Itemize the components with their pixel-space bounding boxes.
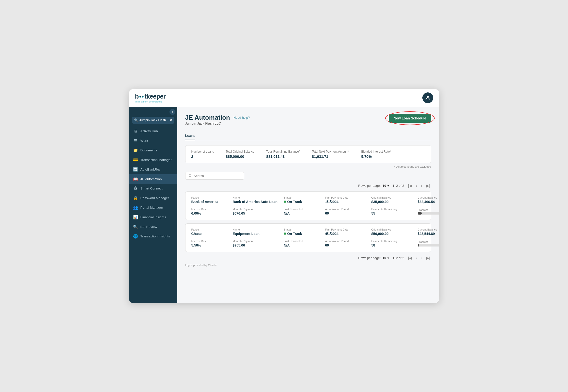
stat-total-remaining-balance-value: $81,011.43 [266, 154, 300, 159]
nav-icon-work: ☰ [133, 138, 138, 143]
loan-cards-container: Payee Bank of America Name Bank of Ameri… [185, 191, 431, 252]
sidebar-search-clear[interactable]: ✕ [169, 118, 172, 122]
nav-label-financial-insights: Financial Insights [140, 215, 166, 219]
stat-total-original-balance: Total Original Balance $85,000.00 [226, 150, 255, 159]
sidebar-collapse-area: ‹ [129, 107, 177, 116]
sidebar-item-documents[interactable]: 📁 Documents [129, 145, 177, 155]
loan-name-0: Name Bank of America Auto Loan [233, 196, 282, 204]
page-prev-button[interactable]: ‹ [415, 183, 418, 188]
nav-label-smart-connect: Smart Connect [140, 187, 163, 190]
svg-line-2 [191, 176, 191, 177]
content-header: JE Automation Need help? Jumpin Jack Fla… [185, 114, 431, 130]
sidebar-search-box[interactable]: 🔍 ✕ [132, 117, 174, 124]
content-area: JE Automation Need help? Jumpin Jack Fla… [177, 107, 439, 303]
stat-total-next-payment-value: $1,631.71 [312, 154, 350, 159]
loan-amortization-0: Amortization Period 60 [325, 208, 369, 215]
loan-payments-remaining-0: Payments Remaining 55 [371, 208, 416, 215]
tabs-bar: Loans [185, 132, 431, 140]
stat-total-original-balance-label: Total Original Balance [226, 150, 255, 153]
nav-icon-financial-insights: 📊 [133, 215, 138, 219]
loan-interest-rate-1: Interest Rate 5.50% [191, 240, 231, 247]
nav-label-bot-review: Bot Review [140, 225, 157, 229]
page-info-bottom: 1–2 of 2 [393, 256, 404, 260]
nav-label-autobankrec: AutoBankRec [140, 168, 161, 171]
page-last-button[interactable]: ▶| [425, 183, 431, 189]
table-search-input[interactable] [194, 174, 241, 178]
rows-dropdown-icon-bottom: ▼ [387, 257, 390, 260]
page-next-button-bottom[interactable]: › [420, 255, 423, 261]
nav-label-documents: Documents [140, 148, 157, 152]
sidebar: ‹ 🔍 ✕ 🖥 Activity Hub ☰ Work 📁 Documents … [129, 107, 177, 303]
nav-label-transaction-insights: Transaction Insights [140, 234, 170, 238]
sidebar-item-financial-insights[interactable]: 📊 Financial Insights [129, 212, 177, 222]
loan-last-reconciled-0: Last Reconciled N/A [284, 208, 323, 215]
tab-loans[interactable]: Loans [185, 132, 195, 140]
stat-blended-interest-label: Blended Interest Rate* [361, 150, 391, 153]
loan-first-payment-1: First Payment Date 4/1/2024 [325, 228, 369, 236]
stat-total-next-payment-label: Total Next Payment Amount* [312, 150, 350, 153]
loan-row-top-1: Payee Chase Name Equipment Loan Status O… [191, 228, 425, 236]
stat-total-next-payment: Total Next Payment Amount* $1,631.71 [312, 150, 350, 159]
new-loan-wrapper: New Loan Schedule [389, 114, 431, 123]
logo-eyes [139, 96, 144, 98]
logo: b tkeeper [135, 93, 166, 100]
stat-number-of-loans-label: Number of Loans [191, 150, 214, 153]
sidebar-item-autobankrec[interactable]: 🔄 AutoBankRec [129, 165, 177, 174]
loan-payments-remaining-1: Payments Remaining 58 [371, 240, 416, 247]
page-first-button[interactable]: |◀ [407, 183, 413, 189]
loan-card-0: Payee Bank of America Name Bank of Ameri… [185, 191, 431, 220]
table-search-icon [188, 174, 192, 177]
rows-per-page-select-bottom[interactable]: 10 ▼ [383, 256, 389, 260]
sidebar-item-bot-review[interactable]: 🔍 Bot Review [129, 222, 177, 232]
sidebar-item-je-automation[interactable]: 📖 JE Automation [129, 174, 177, 184]
page-last-button-bottom[interactable]: ▶| [425, 255, 431, 261]
loan-original-balance-1: Original Balance $50,000.00 [371, 228, 416, 236]
page-next-button[interactable]: › [420, 183, 423, 188]
nav-icon-autobankrec: 🔄 [133, 167, 138, 172]
sidebar-collapse-button[interactable]: ‹ [169, 109, 175, 115]
page-title-row: JE Automation Need help? [185, 114, 250, 121]
stat-total-remaining-balance-label: Total Remaining Balance* [266, 150, 300, 153]
nav-items-container: 🖥 Activity Hub ☰ Work 📁 Documents 💳 Tran… [129, 127, 177, 241]
app-container: b tkeeper The Future of Bookkeeping ‹ 🔍 … [129, 89, 439, 303]
table-search-box[interactable] [185, 172, 244, 180]
logo-eye-left [139, 96, 141, 98]
sidebar-item-password-manager[interactable]: 🔒 Password Manager [129, 193, 177, 203]
page-prev-button-bottom[interactable]: ‹ [415, 255, 418, 261]
page-first-button-bottom[interactable]: |◀ [407, 255, 413, 261]
sidebar-item-transaction-insights[interactable]: 🌐 Transaction Insights [129, 232, 177, 241]
svg-point-0 [427, 96, 429, 98]
need-help-link[interactable]: Need help? [233, 116, 250, 119]
loan-current-balance-0: Current Balance $32,466.54 [418, 196, 439, 204]
nav-icon-portal-manager: 👥 [133, 205, 138, 210]
nav-icon-smart-connect: 🏛 [133, 186, 138, 191]
loan-row-bottom-1: Interest Rate 5.50% Monthly Payment $955… [191, 240, 425, 247]
loan-row-top-0: Payee Bank of America Name Bank of Ameri… [191, 196, 425, 204]
loan-first-payment-0: First Payment Date 1/1/2024 [325, 196, 369, 204]
nav-icon-je-automation: 📖 [133, 177, 138, 181]
status-dot-1 [284, 232, 286, 235]
nav-icon-password-manager: 🔒 [133, 196, 138, 200]
pagination-top: Rows per page: 10 ▼ 1–2 of 2 |◀ ‹ › ▶| [185, 183, 431, 189]
loan-progress-1: Progress [418, 240, 439, 247]
rows-per-page-select[interactable]: 10 ▼ [383, 184, 389, 188]
loan-monthly-payment-1: Monthly Payment $955.06 [233, 240, 282, 247]
loan-amortization-1: Amortization Period 60 [325, 240, 369, 247]
sidebar-item-smart-connect[interactable]: 🏛 Smart Connect [129, 184, 177, 193]
new-loan-schedule-button[interactable]: New Loan Schedule [389, 114, 431, 123]
stat-number-of-loans-value: 2 [191, 154, 214, 159]
nav-icon-documents: 📁 [133, 148, 138, 153]
loan-card-1: Payee Chase Name Equipment Loan Status O… [185, 223, 431, 252]
loan-name-1: Name Equipment Loan [233, 228, 282, 236]
main-layout: ‹ 🔍 ✕ 🖥 Activity Hub ☰ Work 📁 Documents … [129, 107, 439, 303]
stat-total-remaining-balance: Total Remaining Balance* $81,011.43 [266, 150, 300, 159]
logo-area: b tkeeper The Future of Bookkeeping [135, 93, 166, 103]
sidebar-item-work[interactable]: ☰ Work [129, 136, 177, 145]
sidebar-item-transaction-manager[interactable]: 💳 Transaction Manager [129, 155, 177, 165]
sidebar-search-input[interactable] [139, 118, 168, 122]
sidebar-item-portal-manager[interactable]: 👥 Portal Manager [129, 203, 177, 212]
sidebar-item-activity-hub[interactable]: 🖥 Activity Hub [129, 127, 177, 136]
logo-text-rest: tkeeper [144, 93, 166, 100]
avatar-button[interactable] [422, 92, 433, 103]
loan-original-balance-0: Original Balance $35,000.00 [371, 196, 416, 204]
